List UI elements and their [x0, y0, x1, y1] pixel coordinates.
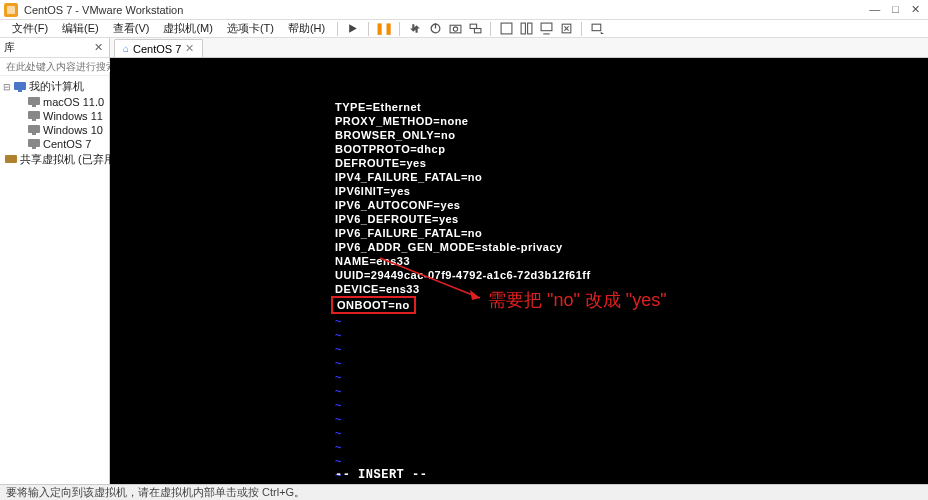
- toolbar-separator: [337, 22, 338, 36]
- tree-vm-win11[interactable]: Windows 11: [16, 109, 107, 123]
- file-line: BROWSER_ONLY=no: [335, 129, 455, 141]
- minimize-button[interactable]: —: [869, 3, 880, 16]
- tree-label: Windows 10: [43, 124, 103, 136]
- vi-tilde: ~: [335, 483, 342, 484]
- close-button[interactable]: ✕: [911, 3, 920, 16]
- svg-rect-22: [28, 125, 40, 133]
- vi-tilde: ~: [335, 427, 342, 439]
- vm-tree: ⊟ 我的计算机 macOS 11.0 Windows 11: [0, 76, 109, 170]
- titlebar: CentOS 7 - VMware Workstation — □ ✕: [0, 0, 928, 20]
- tab-bar: ⌂ CentOS 7 ✕: [110, 38, 928, 58]
- tree-shared-vms[interactable]: 共享虚拟机 (已弃用): [2, 151, 107, 168]
- svg-rect-17: [18, 90, 22, 92]
- maximize-button[interactable]: □: [892, 3, 899, 16]
- shared-icon: [5, 154, 17, 166]
- app-icon: [4, 3, 18, 17]
- vm-icon: [28, 124, 40, 136]
- svg-rect-20: [28, 111, 40, 119]
- file-line: DEFROUTE=yes: [335, 157, 426, 169]
- file-line: IPV4_FAILURE_FATAL=no: [335, 171, 482, 183]
- menu-vm[interactable]: 虚拟机(M): [157, 20, 219, 37]
- menu-file[interactable]: 文件(F): [6, 20, 54, 37]
- vm-icon: [28, 110, 40, 122]
- vi-tilde: ~: [335, 413, 342, 425]
- window-title: CentOS 7 - VMware Workstation: [24, 4, 869, 16]
- file-line: PROXY_METHOD=none: [335, 115, 469, 127]
- svg-rect-0: [7, 6, 15, 14]
- vi-tilde: ~: [335, 357, 342, 369]
- svg-rect-24: [28, 139, 40, 147]
- toolbar-separator: [581, 22, 582, 36]
- vi-tilde: ~: [335, 315, 342, 327]
- tree-label: macOS 11.0: [43, 96, 104, 108]
- annotation-arrow-icon: [370, 248, 490, 308]
- file-line: IPV6_DEFROUTE=yes: [335, 213, 459, 225]
- svg-rect-21: [32, 119, 36, 121]
- tree-vm-macos[interactable]: macOS 11.0: [16, 95, 107, 109]
- tab-label: CentOS 7: [133, 43, 181, 55]
- file-line: IPV6INIT=yes: [335, 185, 410, 197]
- tree-label: 共享虚拟机 (已弃用): [20, 152, 118, 167]
- svg-rect-19: [32, 105, 36, 107]
- vi-tilde: ~: [335, 441, 342, 453]
- unity-icon[interactable]: [517, 21, 535, 37]
- vi-mode-indicator: -- INSERT --: [335, 468, 427, 482]
- svg-marker-28: [470, 290, 480, 300]
- svg-point-4: [453, 27, 457, 31]
- svg-rect-8: [521, 23, 525, 34]
- menu-edit[interactable]: 编辑(E): [56, 20, 105, 37]
- sidebar-close-icon[interactable]: ✕: [92, 41, 105, 54]
- svg-rect-26: [5, 155, 17, 163]
- menu-view[interactable]: 查看(V): [107, 20, 156, 37]
- vi-tilde: ~: [335, 385, 342, 397]
- toolbar-separator: [368, 22, 369, 36]
- library-dropdown-icon[interactable]: [588, 21, 606, 37]
- tree-vm-centos7[interactable]: CentOS 7: [16, 137, 107, 151]
- tree-label: CentOS 7: [43, 138, 91, 150]
- home-icon: ⌂: [123, 43, 129, 54]
- vi-tilde: ~: [335, 329, 342, 341]
- tree-label: 我的计算机: [29, 79, 84, 94]
- main-area: ⌂ CentOS 7 ✕ TYPE=Ethernet PROXY_METHOD=…: [110, 38, 928, 484]
- svg-line-27: [380, 258, 480, 298]
- vm-icon: [28, 138, 40, 150]
- vm-icon: [28, 96, 40, 108]
- svg-rect-23: [32, 133, 36, 135]
- tree-vm-win10[interactable]: Windows 10: [16, 123, 107, 137]
- play-dropdown-icon[interactable]: [344, 21, 362, 37]
- snapshot-manager-icon[interactable]: [466, 21, 484, 37]
- svg-rect-13: [592, 24, 601, 31]
- svg-rect-16: [14, 82, 26, 90]
- power-icon[interactable]: [426, 21, 444, 37]
- menu-help[interactable]: 帮助(H): [282, 20, 331, 37]
- computer-icon: [14, 81, 26, 93]
- svg-rect-5: [470, 24, 477, 28]
- tree-root-my-computer[interactable]: ⊟ 我的计算机: [2, 78, 107, 95]
- menubar: 文件(F) 编辑(E) 查看(V) 虚拟机(M) 选项卡(T) 帮助(H) ❚❚: [0, 20, 928, 38]
- menu-tabs[interactable]: 选项卡(T): [221, 20, 280, 37]
- file-line: BOOTPROTO=dhcp: [335, 143, 445, 155]
- tree-label: Windows 11: [43, 110, 103, 122]
- sidebar-search: ▾: [0, 58, 109, 76]
- vm-console[interactable]: TYPE=Ethernet PROXY_METHOD=none BROWSER_…: [110, 58, 928, 484]
- vi-tilde: ~: [335, 455, 342, 467]
- annotation-text: 需要把 "no" 改成 "yes": [488, 288, 667, 312]
- vi-tilde: ~: [335, 343, 342, 355]
- transfer-icon[interactable]: [406, 21, 424, 37]
- tab-close-icon[interactable]: ✕: [185, 42, 194, 55]
- tab-centos7[interactable]: ⌂ CentOS 7 ✕: [114, 39, 203, 57]
- console-view-icon[interactable]: [537, 21, 555, 37]
- svg-rect-10: [541, 23, 552, 31]
- sidebar-title: 库: [4, 40, 92, 55]
- pause-icon[interactable]: ❚❚: [375, 21, 393, 37]
- stretch-icon[interactable]: [557, 21, 575, 37]
- sidebar-header: 库 ✕: [0, 38, 109, 58]
- svg-rect-25: [32, 147, 36, 149]
- collapse-icon[interactable]: ⊟: [2, 82, 11, 92]
- svg-rect-9: [527, 23, 531, 34]
- fullscreen-icon[interactable]: [497, 21, 515, 37]
- file-line: TYPE=Ethernet: [335, 101, 421, 113]
- vi-tilde: ~: [335, 371, 342, 383]
- svg-rect-6: [474, 29, 481, 33]
- snapshot-icon[interactable]: [446, 21, 464, 37]
